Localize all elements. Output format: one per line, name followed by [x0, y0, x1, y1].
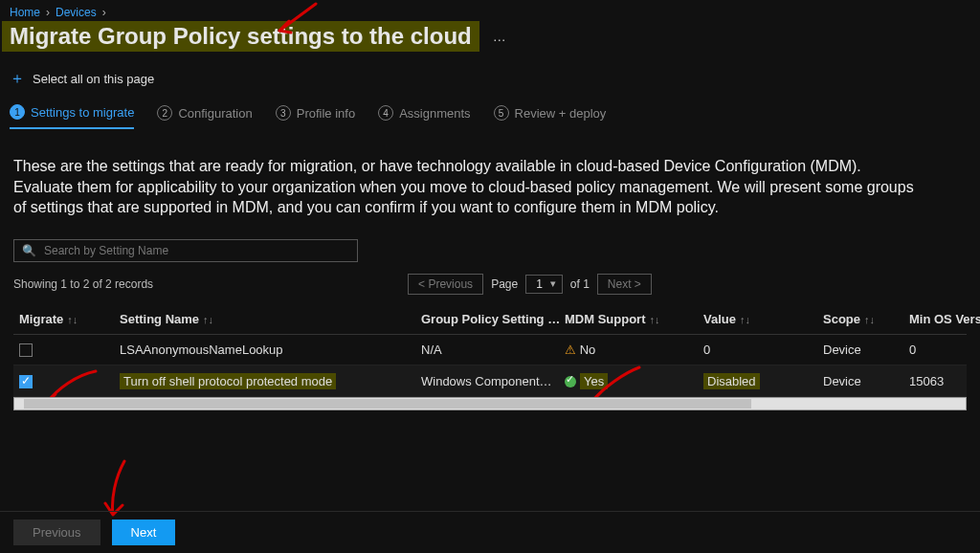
- wizard-steps: 1Settings to migrate 2Configuration 3Pro…: [0, 104, 980, 135]
- row-checkbox[interactable]: [19, 375, 33, 388]
- next-button[interactable]: Next: [112, 520, 176, 545]
- col-scope[interactable]: Scope↑↓: [817, 304, 903, 335]
- horizontal-scrollbar[interactable]: [13, 397, 967, 410]
- cell-mdm: No: [559, 334, 698, 365]
- cell-value: 0: [698, 334, 817, 365]
- settings-table: Migrate↑↓ Setting Name↑↓ Group Policy Se…: [13, 304, 967, 397]
- step-profile-info[interactable]: 3Profile info: [276, 104, 355, 129]
- pager-page-label: Page: [491, 277, 518, 291]
- cell-minos: 15063: [903, 365, 967, 397]
- cell-mdm: Yes: [559, 365, 698, 397]
- row-checkbox[interactable]: [19, 343, 33, 357]
- pager-page-select[interactable]: 1: [525, 275, 563, 294]
- step-settings-to-migrate[interactable]: 1Settings to migrate: [10, 104, 134, 129]
- cell-minos: 0: [903, 334, 967, 365]
- col-gp-setting[interactable]: Group Policy Setting …↑↓: [415, 304, 559, 335]
- breadcrumb: Home › Devices ›: [0, 0, 980, 21]
- col-mdm-support[interactable]: MDM Support↑↓: [559, 304, 698, 335]
- breadcrumb-home[interactable]: Home: [10, 6, 40, 19]
- search-input[interactable]: [44, 244, 349, 257]
- table-row[interactable]: LSAAnonymousNameLookup N/A No 0 Device 0: [13, 334, 967, 365]
- cell-gp: Windows Components/File …: [415, 365, 559, 397]
- description-text: These are the settings that are ready fo…: [0, 135, 938, 235]
- cell-name: Turn off shell protocol protected mode: [114, 365, 415, 397]
- col-value[interactable]: Value↑↓: [698, 304, 817, 335]
- cell-scope: Device: [817, 334, 903, 365]
- search-icon: 🔍: [22, 244, 36, 257]
- pager-prev-button[interactable]: < Previous: [408, 274, 483, 295]
- pager-next-button[interactable]: Next >: [597, 274, 652, 295]
- col-migrate[interactable]: Migrate↑↓: [13, 304, 114, 335]
- table-row[interactable]: Turn off shell protocol protected mode W…: [13, 365, 967, 397]
- pager: < Previous Page 1 of 1 Next >: [408, 274, 652, 295]
- breadcrumb-devices[interactable]: Devices: [56, 6, 97, 19]
- col-min-os[interactable]: Min OS Vers: [903, 304, 967, 335]
- col-setting-name[interactable]: Setting Name↑↓: [114, 304, 415, 335]
- chevron-right-icon: ›: [102, 6, 106, 19]
- chevron-right-icon: ›: [46, 6, 50, 19]
- more-icon[interactable]: …: [493, 29, 506, 44]
- page-title: Migrate Group Policy settings to the clo…: [2, 21, 479, 52]
- select-all-label: Select all on this page: [33, 72, 154, 86]
- step-review-deploy[interactable]: 5Review + deploy: [494, 104, 607, 129]
- select-all-button[interactable]: ＋ Select all on this page: [10, 69, 154, 89]
- check-circle-icon: [565, 376, 576, 387]
- cell-value: Disabled: [698, 365, 817, 397]
- previous-button[interactable]: Previous: [13, 520, 100, 545]
- pager-of-label: of 1: [570, 277, 590, 291]
- plus-icon: ＋: [10, 69, 25, 89]
- wizard-footer: Previous Next: [0, 511, 980, 553]
- cell-name: LSAAnonymousNameLookup: [114, 334, 415, 365]
- step-configuration[interactable]: 2Configuration: [157, 104, 252, 129]
- cell-scope: Device: [817, 365, 903, 397]
- step-assignments[interactable]: 4Assignments: [378, 104, 470, 129]
- cell-gp: N/A: [415, 334, 559, 365]
- search-input-wrapper[interactable]: 🔍: [13, 239, 358, 262]
- records-count: Showing 1 to 2 of 2 records: [13, 277, 153, 291]
